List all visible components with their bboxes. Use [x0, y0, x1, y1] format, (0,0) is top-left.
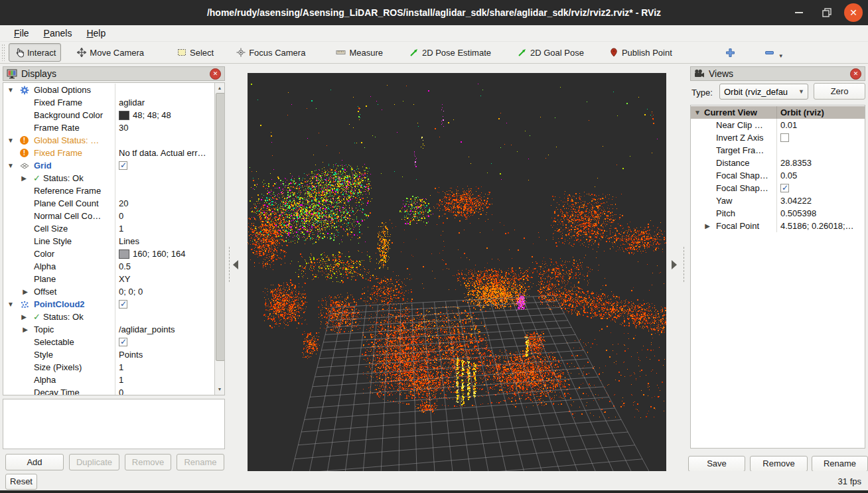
row-value[interactable]	[115, 184, 214, 197]
color-swatch[interactable]	[119, 111, 129, 120]
toolbar-drag-handle[interactable]	[1, 44, 5, 61]
row-value[interactable]: 30	[115, 121, 214, 134]
remove-button[interactable]: Remove	[750, 456, 808, 472]
row-value[interactable]	[115, 336, 214, 348]
tree-row[interactable]: Size (Pixels)1	[3, 361, 214, 374]
tree-row[interactable]: Focal Shap…0.05	[691, 169, 865, 182]
row-value[interactable]: 4.5186; 0.26018;…	[776, 220, 865, 232]
measure-tool-button[interactable]: Measure	[330, 43, 388, 62]
tree-row[interactable]: ▶Topic/aglidar_points	[3, 323, 214, 336]
tree-row[interactable]: ▶Offset0; 0; 0	[3, 285, 214, 298]
row-value[interactable]	[115, 298, 214, 311]
row-value[interactable]: Orbit (rviz)	[776, 106, 865, 119]
viewport-canvas[interactable]	[248, 73, 666, 471]
expander-icon[interactable]: ▶	[20, 311, 28, 323]
tree-row[interactable]: Target Fra…	[691, 144, 865, 157]
view-type-select[interactable]: Orbit (rviz_defau ▼	[719, 84, 808, 100]
row-value[interactable]: /aglidar_points	[115, 323, 214, 336]
row-value[interactable]	[115, 172, 214, 184]
add-button[interactable]: Add	[5, 454, 64, 470]
tree-row[interactable]: Reference Frame	[3, 184, 214, 197]
expander-icon[interactable]: ▼	[7, 298, 15, 311]
tree-row[interactable]: PlaneXY	[3, 273, 214, 285]
row-value[interactable]	[115, 84, 214, 96]
right-splitter[interactable]	[683, 246, 685, 283]
collapse-right-icon[interactable]	[672, 260, 677, 269]
tree-row[interactable]: Distance28.8353	[691, 157, 865, 169]
tree-row[interactable]: Decay Time0	[3, 386, 214, 395]
row-value[interactable]	[776, 144, 865, 157]
tree-row[interactable]: Frame Rate30	[3, 121, 214, 134]
row-value[interactable]: 3.04222	[776, 194, 865, 207]
tree-row[interactable]: !Fixed FrameNo tf data. Actual err…	[3, 147, 214, 159]
tree-row[interactable]: ▼Global Options	[3, 84, 214, 96]
expander-icon[interactable]: ▶	[21, 323, 29, 336]
row-value[interactable]: 0.01	[776, 119, 865, 131]
save-button[interactable]: Save	[688, 456, 745, 472]
scroll-up-icon[interactable]: ▲	[215, 84, 224, 93]
restore-button[interactable]	[819, 5, 835, 21]
checkbox[interactable]	[780, 133, 789, 142]
row-value[interactable]: 160; 160; 164	[115, 247, 214, 260]
expander-icon[interactable]: ▼	[7, 84, 15, 96]
row-value[interactable]: No tf data. Actual err…	[115, 147, 214, 159]
close-button[interactable]: ✕	[844, 3, 863, 22]
checkbox[interactable]	[780, 184, 789, 192]
checkbox[interactable]	[119, 338, 127, 346]
tree-row[interactable]: Fixed Frameaglidar	[3, 96, 214, 109]
row-value[interactable]: 0	[115, 210, 214, 222]
row-value[interactable]: 1	[115, 361, 214, 374]
expander-icon[interactable]: ▶	[21, 285, 29, 298]
tree-row[interactable]: Line StyleLines	[3, 235, 214, 247]
tree-row[interactable]: Invert Z Axis	[691, 131, 865, 144]
tree-row[interactable]: Near Clip …0.01	[691, 119, 865, 131]
checkbox[interactable]	[119, 300, 127, 309]
tree-row[interactable]: StylePoints	[3, 348, 214, 361]
tree-row[interactable]: Pitch0.505398	[691, 207, 865, 220]
rename-button[interactable]: Rename	[812, 456, 868, 472]
2d-goal-pose-tool-button[interactable]: 2D Goal Pose	[512, 43, 589, 62]
minimize-button[interactable]	[791, 5, 807, 21]
row-value[interactable]: aglidar	[115, 96, 214, 109]
row-value[interactable]: XY	[115, 273, 214, 285]
tree-row[interactable]: Alpha1	[3, 374, 214, 386]
row-value[interactable]: 0; 0; 0	[115, 285, 214, 298]
select-tool-button[interactable]: Select	[172, 43, 219, 62]
reset-button[interactable]: Reset	[5, 474, 37, 490]
row-value[interactable]: 1	[115, 222, 214, 235]
expander-icon[interactable]: ▼	[7, 134, 15, 147]
row-value[interactable]: 0.5	[115, 260, 214, 273]
tree-row[interactable]: Color160; 160; 164	[3, 247, 214, 260]
expander-icon[interactable]: ▼	[693, 106, 701, 119]
plus-tool-button[interactable]	[720, 43, 741, 62]
expander-icon[interactable]: ▶	[703, 220, 711, 232]
tree-row[interactable]: Normal Cell Co…0	[3, 210, 214, 222]
row-value[interactable]: 0.505398	[776, 207, 865, 220]
row-value[interactable]: 28.8353	[776, 157, 865, 169]
menu-item-panels[interactable]: Panels	[36, 27, 80, 40]
row-value[interactable]: 1	[115, 374, 214, 386]
tree-row[interactable]: Plane Cell Count20	[3, 197, 214, 210]
displays-scrollbar[interactable]: ▲ ▼	[214, 83, 224, 395]
row-value[interactable]: 0	[115, 386, 214, 395]
focus-camera-tool-button[interactable]: Focus Camera	[231, 43, 311, 62]
checkbox[interactable]	[119, 161, 127, 170]
row-value[interactable]	[115, 311, 214, 323]
tree-row[interactable]: Focal Shap…	[691, 182, 865, 194]
interact-tool-button[interactable]: Interact	[9, 43, 61, 62]
zero-button[interactable]: Zero	[814, 83, 865, 100]
tree-row[interactable]: ▶✓Status: Ok	[3, 172, 214, 184]
2d-pose-estimate-tool-button[interactable]: 2D Pose Estimate	[404, 43, 496, 62]
row-value[interactable]: Lines	[115, 235, 214, 247]
expander-icon[interactable]: ▶	[20, 172, 28, 184]
tree-row[interactable]: ▼Current ViewOrbit (rviz)	[691, 106, 865, 119]
displays-close-button[interactable]: ✕	[210, 68, 221, 80]
left-splitter[interactable]	[228, 246, 230, 283]
row-value[interactable]: 0.05	[776, 169, 865, 182]
collapse-left-icon[interactable]	[233, 260, 238, 269]
publish-point-tool-button[interactable]: Publish Point	[604, 43, 678, 62]
tree-row[interactable]: Background Color48; 48; 48	[3, 109, 214, 121]
row-value[interactable]	[115, 159, 214, 172]
row-value[interactable]	[115, 134, 214, 147]
scroll-down-icon[interactable]: ▼	[215, 385, 224, 394]
